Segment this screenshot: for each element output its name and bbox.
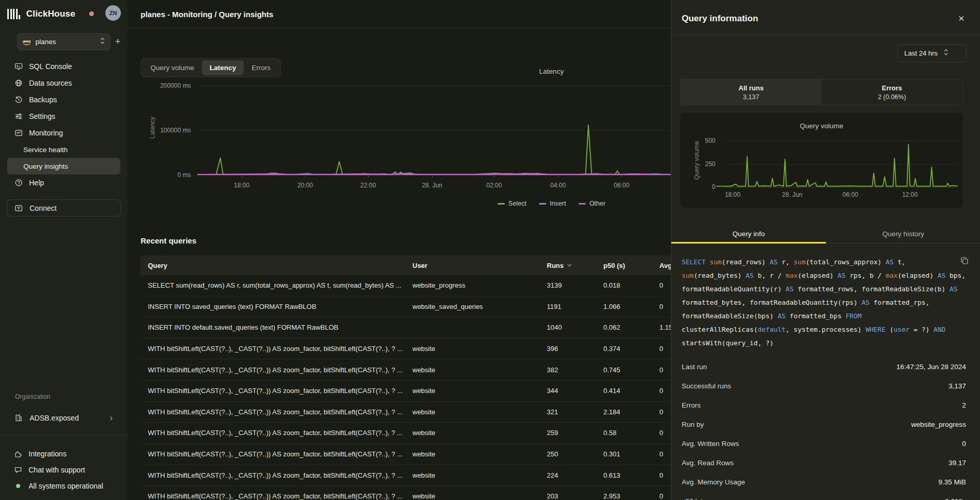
sidebar-item-data-sources[interactable]: Data sources [7, 75, 120, 91]
panel-title: Query information [682, 13, 758, 24]
clickhouse-logo: ClickHouse [7, 6, 75, 22]
main-content: planes - Monitoring / Query insights Que… [128, 0, 671, 500]
tick-mark [622, 175, 622, 178]
sidebar-item-monitoring[interactable]: Monitoring [7, 125, 120, 141]
table-row[interactable]: WITH bitShiftLeft(CAST(?..), _CAST(?..))… [141, 423, 671, 444]
latency-y-tick: 100000 ms [139, 127, 191, 134]
stat-row-avg-memory-usage: Avg. Memory Usage9.35 MiB [682, 472, 966, 492]
table-row[interactable]: WITH bitShiftLeft(CAST(?..), _CAST(?..))… [141, 486, 671, 500]
aws-icon: aws [23, 39, 31, 45]
cell-p50: 0.58 [603, 423, 655, 443]
sidebar-footer-label: Integrations [29, 450, 66, 458]
help-icon [15, 179, 23, 187]
summary-tab-label: All runs [739, 84, 764, 92]
cell-query: WITH bitShiftLeft(CAST(?..), _CAST(?..))… [148, 339, 407, 359]
connect-button[interactable]: Connect [7, 199, 121, 217]
table-row[interactable]: SELECT sum(read_rows) AS r, sum(total_ro… [141, 275, 671, 296]
notification-dot-icon [89, 11, 94, 16]
sidebar-item-query-insights[interactable]: Query insights [7, 158, 120, 174]
table-row[interactable]: INSERT INTO saved_queries (text) FORMAT … [141, 296, 671, 318]
organization-item[interactable]: ADSB.exposed › [7, 410, 121, 426]
add-service-button[interactable]: + [109, 33, 127, 50]
cell-user: website [412, 381, 542, 401]
cell-p50: 2.184 [603, 402, 655, 423]
tick-mark [558, 175, 559, 178]
summary-tab-errors[interactable]: Errors2 (0.06%) [822, 79, 963, 105]
copy-icon[interactable] [960, 256, 969, 265]
table-header-row: Query User Runs p50 (s) Avg [141, 255, 671, 275]
summary-tab-all-runs[interactable]: All runs3,137 [681, 79, 822, 105]
sidebar-nav: SQL ConsoleData sourcesBackupsSettingsMo… [0, 58, 128, 191]
stat-value: 3,137 [948, 382, 966, 390]
sidebar-item-help[interactable]: Help [7, 174, 120, 191]
legend-item-select[interactable]: Select [498, 200, 527, 207]
cell-p50: 0.745 [603, 359, 655, 380]
sidebar-item-label: Settings [29, 112, 56, 120]
cell-runs: 1040 [547, 317, 599, 338]
table-row[interactable]: WITH bitShiftLeft(CAST(?..), _CAST(?..))… [141, 402, 671, 423]
service-selector[interactable]: aws planes [17, 33, 111, 50]
query-information-panel: Query information ✕ Last 24 hrs All runs… [671, 0, 980, 500]
tab-query-volume[interactable]: Query volume [143, 60, 202, 75]
sidebar-item-backups[interactable]: Backups [7, 91, 120, 108]
latency-x-tick: 02:00 [478, 182, 509, 189]
cell-avg: 0 [659, 423, 671, 443]
stat-label: Run by [682, 421, 704, 428]
sidebar-footer-label: All systems operational [29, 482, 103, 490]
table-row[interactable]: WITH bitShiftLeft(CAST(?..), _CAST(?..))… [141, 381, 671, 402]
table-row[interactable]: WITH bitShiftLeft(CAST(?..), _CAST(?..))… [141, 359, 671, 381]
sidebar-item-settings[interactable]: Settings [7, 108, 120, 125]
cell-avg: 0 [659, 275, 671, 296]
cell-avg: 0 [659, 359, 671, 380]
summary-tab-value: 3,137 [743, 93, 759, 101]
cell-query: WITH bitShiftLeft(CAST(?..), _CAST(?..))… [148, 423, 407, 443]
latency-x-tick: 28. Jun [417, 182, 448, 189]
organization-name: ADSB.exposed [30, 414, 110, 422]
sidebar-footer-all-systems-operational[interactable]: All systems operational [7, 478, 124, 494]
sidebar-item-sql-console[interactable]: SQL Console [7, 58, 120, 75]
table-row[interactable]: WITH bitShiftLeft(CAST(?..), _CAST(?..))… [141, 444, 671, 465]
sql-code-block: SELECT sum(read_rows) AS r, sum(total_ro… [682, 255, 966, 350]
cell-query: WITH bitShiftLeft(CAST(?..), _CAST(?..))… [148, 402, 407, 423]
legend-item-other[interactable]: Other [578, 200, 605, 207]
table-row[interactable]: INSERT INTO default.saved_queries (text)… [141, 317, 671, 339]
updown-chevrons-icon [100, 37, 105, 47]
breadcrumb: planes - Monitoring / Query insights [141, 10, 273, 19]
tick-mark [368, 175, 369, 178]
latency-x-tick: 06:00 [606, 182, 637, 189]
column-header-runs[interactable]: Runs [547, 255, 599, 275]
table-row[interactable]: WITH bitShiftLeft(CAST(?..), _CAST(?..))… [141, 339, 671, 360]
cell-user: website_progress [412, 275, 542, 296]
sidebar-item-label: Monitoring [29, 129, 63, 137]
sidebar-footer-chat-with-support[interactable]: Chat with support [7, 462, 124, 478]
cell-avg: 0 [659, 465, 671, 485]
sidebar-item-service-health[interactable]: Service health [7, 141, 120, 158]
stat-value: 39.17 [948, 459, 966, 467]
tab-query-info[interactable]: Query info [671, 227, 826, 243]
time-range-select[interactable]: Last 24 hrs [898, 44, 967, 62]
legend-label: Other [589, 200, 605, 207]
tick-mark [305, 175, 306, 178]
close-icon[interactable]: ✕ [956, 13, 967, 24]
latency-y-tick: 200000 ms [139, 82, 191, 89]
legend-item-insert[interactable]: Insert [539, 200, 566, 207]
stat-value: 16:47:25, Jun 28 2024 [896, 363, 966, 371]
monitoring-icon [15, 129, 23, 137]
cell-avg: 0 [659, 296, 671, 317]
status-dot-icon [14, 482, 22, 490]
cell-user: website [412, 339, 542, 359]
cell-p50: 1.066 [603, 296, 655, 317]
chat-icon [14, 466, 22, 474]
avatar[interactable]: ZN [105, 5, 121, 21]
connect-icon [15, 204, 23, 212]
cell-p50: 2.953 [603, 486, 655, 500]
column-header-user: User [412, 255, 542, 275]
table-row[interactable]: WITH bitShiftLeft(CAST(?..), _CAST(?..))… [141, 465, 671, 486]
column-header-avg: Avg [659, 255, 671, 275]
sidebar-item-label: Service health [23, 146, 68, 154]
sidebar-footer-integrations[interactable]: Integrations [7, 445, 124, 462]
cell-avg: 0 [659, 486, 671, 500]
tab-query-history[interactable]: Query history [826, 227, 980, 243]
sidebar-divider [0, 435, 128, 436]
cell-avg: 1.15 [659, 317, 671, 338]
